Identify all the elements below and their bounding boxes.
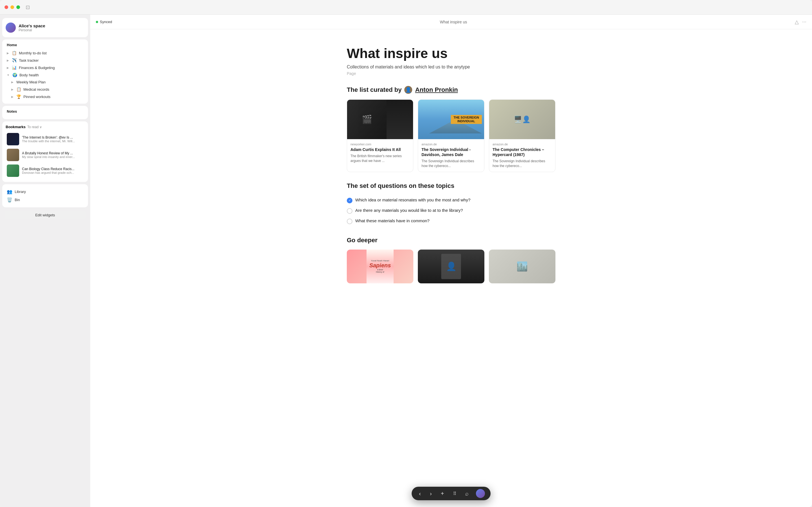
home-section: Home ▶ 📋 Monthly to-do list ▶ ✈️ Task tr… [2,40,88,104]
card-title-2: The Sovereign Individual - Davidson, Jam… [421,147,481,157]
bin-label: Bin [15,198,20,202]
bookmarks-section: Bookmarks To read ∨ 'The Internet Is Bro… [2,121,88,182]
bin-icon: 🗑️ [7,197,12,203]
toolbar-back-button[interactable]: ‹ [417,489,423,498]
weekly-meal-label: Weekly Meal Plan [16,80,46,84]
question-text-1: Which idea or material resonates with yo… [355,198,470,202]
card-body-3: amazon.de The Computer Chronicles – Hype… [489,139,555,172]
card-body-2: amazon.de The Sovereign Individual - Dav… [418,139,484,172]
bookmark-title-internet: 'The Internet Is Broken': @ev Is ... [22,135,84,139]
bookmark-thumb-internet [7,133,19,145]
topbar-actions: △ ··· [795,19,806,25]
card-title-1: Adam Curtis Explains It All [350,147,410,152]
sidebar-item-weekly-meal[interactable]: ▶ Weekly Meal Plan [6,78,85,86]
card-adam-curtis[interactable]: 🎬 newyorker.com Adam Curtis Explains It … [347,100,413,172]
author-avatar: 👤 [404,86,412,94]
topbar-page-title: What inspire us [116,20,790,24]
page-type: Page [347,71,555,76]
card-computer-chronicles[interactable]: 🖥️👤 amazon.de The Computer Chronicles – … [489,100,555,172]
curated-by-text: The list curated by [347,86,402,94]
bookmark-brutally[interactable]: A Brutally Honest Review of My ... My sl… [6,147,85,163]
sidebar-item-bin[interactable]: 🗑️ Bin [6,196,85,204]
card-image-2: THE SOVEREIGNINDIVIDUAL [418,100,484,139]
author-name[interactable]: Anton Pronkin [415,86,458,94]
bookmark-biology[interactable]: Can Biology Class Reduce Racis... Donova… [6,163,85,179]
finances-label: Finances & Budgeting [19,66,55,70]
card-source-1: newyorker.com [350,143,410,146]
pinned-icon: 🏆 [16,94,21,99]
monthly-todo-label: Monthly to-do list [19,51,47,55]
card-sovereign[interactable]: THE SOVEREIGNINDIVIDUAL amazon.de The So… [418,100,485,172]
toolbar-forward-button[interactable]: › [428,489,434,498]
sidebar-item-finances[interactable]: ▶ 📊 Finances & Budgeting [6,64,85,71]
question-text-3: What these materials have in common? [355,218,429,223]
card-title-3: The Computer Chronicles – Hypercard (198… [493,147,552,157]
workspace-header[interactable]: Alice's space Personal [6,21,85,34]
edit-widgets-button[interactable]: Edit widgets [4,211,86,219]
question-2: Are there any materials you would like t… [347,206,555,216]
bookmark-internet[interactable]: 'The Internet Is Broken': @ev Is ... The… [6,131,85,147]
sidebar-item-pinned[interactable]: ▶ 🏆 Pinned workouts [6,93,85,100]
sidebar-item-monthly-todo[interactable]: ▶ 📋 Monthly to-do list [6,49,85,57]
maximize-button[interactable] [16,5,20,9]
minimize-button[interactable] [10,5,14,9]
arrow-icon: ▶ [11,95,13,98]
question-3: What these materials have in common? [347,216,555,226]
deeper-card-sapiens[interactable]: Yuval Noah Harari Sapiens A BriefHistory… [347,249,413,283]
cards-grid: 🎬 newyorker.com Adam Curtis Explains It … [347,100,555,172]
bookmarks-filter[interactable]: To read ∨ [28,125,42,129]
body-health-icon: 🌍 [12,73,17,77]
sidebar-item-task-tracker[interactable]: ▶ ✈️ Task tracker [6,57,85,64]
finances-icon: 📊 [12,65,17,70]
workspace-subtitle: Personal [18,28,45,32]
arrow-icon: ▶ [7,52,9,55]
checkbox-checked-1[interactable] [347,198,352,203]
more-icon[interactable]: ··· [802,19,806,25]
sidebar-item-body-health[interactable]: ▼ 🌍 Body health [6,71,85,78]
go-deeper-section: Go deeper Yuval Noah Harari Sapiens A Br… [347,237,555,283]
deeper-card-city[interactable]: 🏙️ [489,249,555,283]
pinned-label: Pinned workouts [23,95,50,99]
page-title: What inspire us [347,46,555,61]
sidebar-toggle-icon[interactable]: ⊡ [26,4,30,10]
close-button[interactable] [4,5,8,9]
checkbox-empty-2[interactable] [347,208,352,214]
sidebar-item-medical[interactable]: ▶ 📋 Medical records [6,86,85,93]
card-desc-3: The Sovereign Individual describes how t… [493,159,552,168]
bookmark-title-brutally: A Brutally Honest Review of My ... [22,151,84,155]
workspace-avatar [6,22,16,33]
sidebar-item-library[interactable]: 👥 Library [6,187,85,196]
card-desc-1: The British filmmaker's new series argue… [350,154,410,163]
synced-dot [96,21,98,23]
curated-by-heading: The list curated by 👤 Anton Pronkin [347,86,555,94]
notes-label: Notes [6,109,85,114]
workspace-section: Alice's space Personal [2,18,88,37]
workspace-name: Alice's space [18,23,45,28]
arrow-icon: ▶ [11,80,13,83]
task-tracker-label: Task tracker [19,58,39,62]
library-bin-section: 👥 Library 🗑️ Bin [2,184,88,207]
synced-label: Synced [100,20,112,24]
bookmark-title-biology: Can Biology Class Reduce Racis... [22,167,84,171]
questions-section: The set of questions on these topics Whi… [347,182,555,226]
topbar: Synced What inspire us △ ··· [90,15,812,29]
body-health-label: Body health [19,73,39,77]
bookmarks-title: Bookmarks [6,125,26,129]
bookmark-desc-biology: Donovan has argued that grade-sch... [22,171,84,174]
notes-section: Notes [2,106,88,119]
medical-label: Medical records [23,87,49,92]
toolbar-add-button[interactable]: + [439,489,446,498]
checkbox-empty-3[interactable] [347,219,352,224]
content-area: What inspire us Collections of materials… [324,29,578,507]
alert-icon[interactable]: △ [795,19,799,25]
bookmark-info-brutally: A Brutally Honest Review of My ... My sl… [22,151,84,159]
toolbar-avatar[interactable] [476,489,485,498]
toolbar-search-button[interactable]: ⌕ [463,489,470,498]
home-label: Home [6,43,85,47]
bookmark-info-internet: 'The Internet Is Broken': @ev Is ... The… [22,135,84,143]
bookmark-thumb-biology [7,165,19,177]
card-desc-2: The Sovereign Individual describes how t… [421,159,481,168]
toolbar-grid-button[interactable]: ⠿ [451,490,458,497]
card-body-1: newyorker.com Adam Curtis Explains It Al… [347,139,413,167]
deeper-card-person[interactable]: 👤 [418,249,485,283]
